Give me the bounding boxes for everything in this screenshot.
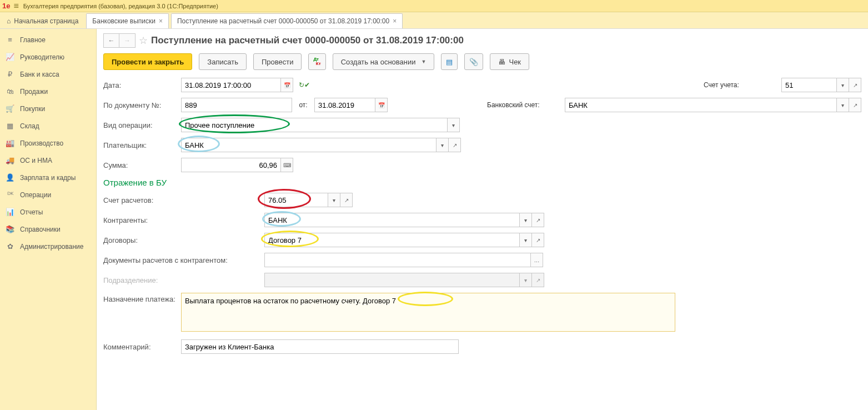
title-bar: 1e ≡ Бухгалтерия предприятия (базовая), … (0, 0, 868, 12)
app-title: Бухгалтерия предприятия (базовая), редак… (23, 3, 218, 9)
dropdown-icon[interactable]: ▾ (837, 78, 849, 92)
dropdown-icon[interactable]: ▾ (837, 98, 849, 112)
settle-docs-label: Документы расчетов с контрагентом: (103, 256, 264, 264)
sidebar-item-main[interactable]: ≡Главное (0, 31, 96, 48)
date-input[interactable] (181, 78, 281, 92)
attach-button[interactable]: 📎 (464, 53, 483, 70)
button-label: Чек (509, 58, 521, 66)
post-and-close-button[interactable]: Провести и закрыть (103, 53, 192, 70)
open-icon[interactable]: ↗ (449, 138, 461, 152)
forward-button[interactable]: → (119, 34, 135, 47)
from-date-input[interactable] (314, 98, 375, 112)
payer-input[interactable] (181, 138, 436, 152)
open-icon[interactable]: ↗ (849, 98, 861, 112)
tree-icon: ▤ (446, 58, 453, 66)
open-icon[interactable]: ↗ (532, 213, 544, 227)
tab-document[interactable]: Поступление на расчетный счет 0000-00005… (171, 13, 403, 28)
optype-input[interactable] (181, 118, 448, 132)
purpose-label: Назначение платежа: (103, 293, 181, 303)
sidebar-item-label: Зарплата и кадры (20, 174, 76, 182)
post-button[interactable]: Провести (253, 53, 302, 70)
dropdown-icon: ▾ (520, 273, 532, 287)
ellipsis-icon[interactable]: … (531, 253, 543, 267)
settle-docs-input[interactable] (264, 253, 531, 267)
docno-input[interactable] (181, 98, 292, 112)
refresh-icon[interactable]: ↻✔ (299, 81, 310, 89)
ruble-icon: ₽ (6, 70, 14, 78)
settle-acc-input[interactable] (264, 193, 328, 207)
paperclip-icon: 📎 (469, 58, 478, 66)
dropdown-icon[interactable]: ▾ (328, 193, 340, 207)
sidebar-item-salary[interactable]: 👤Зарплата и кадры (0, 169, 96, 186)
document-title: Поступление на расчетный счет 0000-00005… (151, 35, 464, 46)
purpose-textarea[interactable] (181, 293, 675, 332)
sum-input[interactable] (181, 158, 281, 172)
close-icon[interactable]: × (393, 17, 397, 25)
sidebar-item-catalogs[interactable]: 📚Справочники (0, 221, 96, 238)
sidebar-item-admin[interactable]: ✿Администрирование (0, 238, 96, 255)
sidebar-item-label: Отчеты (20, 208, 43, 216)
calendar-icon[interactable]: 📅 (375, 98, 388, 112)
dropdown-icon[interactable]: ▾ (520, 213, 532, 227)
favorite-star-icon[interactable]: ☆ (139, 34, 148, 47)
hamburger-icon[interactable]: ≡ (13, 1, 18, 11)
sidebar-item-label: Склад (20, 122, 39, 130)
optype-label: Вид операции: (103, 121, 181, 129)
grid-icon: ▦ (6, 122, 14, 130)
books-icon: 📚 (6, 225, 14, 233)
contracts-label: Договоры: (103, 236, 264, 244)
sidebar-item-bank[interactable]: ₽Банк и касса (0, 66, 96, 83)
calendar-icon[interactable]: 📅 (281, 78, 293, 92)
home-icon: ⌂ (7, 17, 11, 25)
sidebar-item-label: Банк и касса (20, 71, 59, 78)
dropdown-arrow-icon: ▼ (422, 59, 427, 64)
calculator-icon[interactable]: ⌨ (281, 158, 293, 172)
counterparty-label: Контрагенты: (103, 216, 264, 224)
open-icon[interactable]: ↗ (340, 193, 353, 207)
open-icon[interactable]: ↗ (532, 233, 544, 247)
sidebar-item-label: Руководителю (20, 53, 64, 61)
section-title: Отражение в БУ (103, 178, 861, 187)
sidebar-item-sales[interactable]: 🛍Продажи (0, 83, 96, 100)
account-input[interactable] (781, 78, 837, 92)
sidebar-item-purchases[interactable]: 🛒Покупки (0, 100, 96, 117)
sidebar-item-label: Продажи (20, 88, 48, 96)
tab-bank-statements[interactable]: Банковские выписки × (86, 13, 169, 28)
sidebar-item-label: Покупки (20, 105, 45, 113)
sidebar-item-warehouse[interactable]: ▦Склад (0, 117, 96, 134)
comment-input[interactable] (181, 339, 459, 354)
sidebar-item-operations[interactable]: ᴰᴷОперации (0, 186, 96, 203)
dropdown-icon[interactable]: ▾ (448, 118, 460, 132)
bank-account-label: Банковский счет: (487, 101, 559, 109)
dropdown-icon[interactable]: ▾ (520, 233, 532, 247)
bank-account-input[interactable] (565, 98, 837, 112)
division-label: Подразделение: (103, 276, 264, 284)
cheque-button[interactable]: 🖶Чек (490, 53, 529, 70)
create-based-on-button[interactable]: Создать на основании▼ (333, 53, 435, 70)
close-icon[interactable]: × (159, 17, 163, 25)
bars-icon: 📊 (6, 208, 14, 216)
content-area: ← → ☆ Поступление на расчетный счет 0000… (97, 29, 868, 410)
account-label: Счет учета: (704, 81, 776, 89)
person-icon: 👤 (6, 173, 14, 182)
structure-button[interactable]: ▤ (441, 53, 458, 70)
open-icon[interactable]: ↗ (849, 78, 861, 92)
sidebar-item-assets[interactable]: 🚚ОС и НМА (0, 152, 96, 169)
counterparty-input[interactable] (264, 213, 520, 227)
sidebar-item-manager[interactable]: 📈Руководителю (0, 48, 96, 66)
chart-icon: 📈 (6, 53, 14, 61)
toolbar: Провести и закрыть Записать Провести Дт … (103, 53, 861, 70)
save-button[interactable]: Записать (199, 53, 247, 70)
sum-label: Сумма: (103, 161, 181, 169)
sidebar-item-reports[interactable]: 📊Отчеты (0, 203, 96, 221)
sidebar-item-label: Операции (20, 191, 51, 199)
dtkt-icon: ᴰᴷ (6, 191, 14, 199)
sidebar-item-label: Главное (20, 36, 46, 44)
sidebar-item-production[interactable]: 🏭Производство (0, 134, 96, 152)
sidebar-item-label: Производство (20, 139, 63, 147)
back-button[interactable]: ← (104, 34, 119, 47)
contracts-input[interactable] (264, 233, 520, 247)
dtkt-button[interactable]: Дт Кт (308, 53, 325, 70)
dropdown-icon[interactable]: ▾ (436, 138, 449, 152)
tab-home[interactable]: ⌂ Начальная страница (2, 14, 84, 28)
